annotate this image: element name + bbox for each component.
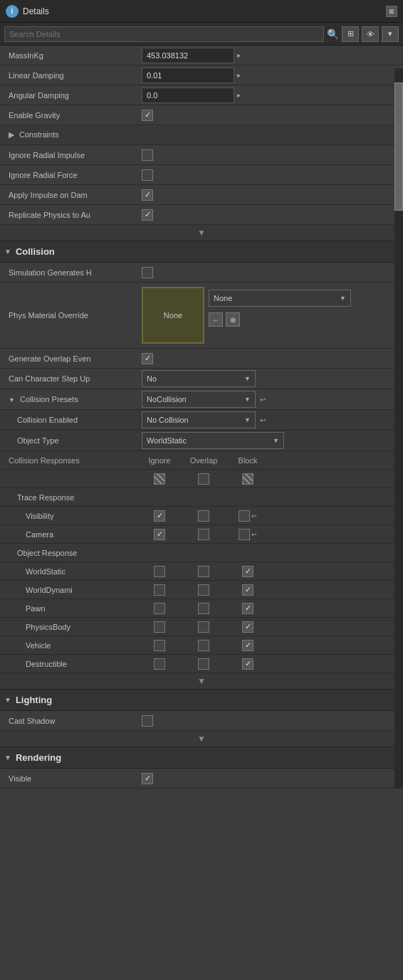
search-icon[interactable]: 🔍 [327,28,339,40]
constraints-row[interactable]: ▶ Constraints [0,125,403,145]
sim-generates-checkbox[interactable] [142,267,153,278]
lighting-section-title: Lighting [16,695,52,705]
phys-material-dropdown[interactable]: None ▼ [209,290,351,307]
dest-overlap[interactable] [198,658,209,670]
phys-material-back-button[interactable]: ← [209,312,223,327]
visibility-overlap[interactable] [198,510,209,522]
worlddynamic-row: WorldDynami [0,581,403,599]
collision-enabled-label: Collision Enabled [3,416,142,424]
collision-responses-label: Collision Responses [3,456,142,465]
dropdown-button[interactable]: ▾ [382,26,399,42]
trace-response-label: Trace Response [3,493,142,502]
rendering-section-arrow: ▼ [4,754,11,762]
grid-view-button[interactable]: ⊞ [342,26,359,42]
cast-shadow-label: Cast Shadow [3,717,142,725]
apply-impulse-checkbox[interactable] [142,189,153,201]
object-type-dropdown[interactable]: WorldStatic ▼ [142,432,284,449]
collision-section-header[interactable]: ▼ Collision [0,241,403,263]
visibility-reset[interactable]: ↩ [251,512,257,520]
scrollbar-thumb[interactable] [394,83,403,211]
pb-block[interactable] [242,621,253,633]
dest-block[interactable] [242,658,253,670]
enable-gravity-row: Enable Gravity [0,105,403,125]
camera-overlap[interactable] [198,529,209,540]
gen-overlap-label: Generate Overlap Even [3,354,142,363]
collapse-arrow-physics: ▼ [197,228,206,238]
collision-presets-reset[interactable]: ↩ [260,396,266,404]
scrollbar-track [394,68,403,789]
worldstatic-label: WorldStatic [3,567,142,576]
ws-overlap[interactable] [198,566,209,577]
ws-ignore[interactable] [154,566,165,577]
rendering-section-header[interactable]: ▼ Rendering [0,747,403,769]
veh-overlap[interactable] [198,640,209,651]
angular-damping-arrow[interactable]: ▸ [237,91,241,99]
collision-enabled-reset[interactable]: ↩ [260,416,266,424]
cast-shadow-checkbox[interactable] [142,715,153,727]
collapse-row-lighting[interactable]: ▼ [0,731,403,747]
pawn-block[interactable] [242,603,253,614]
visibility-block[interactable] [239,510,250,522]
camera-block[interactable] [239,529,250,540]
visibility-ignore[interactable] [154,510,165,522]
ws-block[interactable] [242,566,253,577]
visibility-label: Visibility [3,512,142,520]
ignore-radial-impulse-row: Ignore Radial Impulse [0,145,403,165]
ignore-radial-force-checkbox[interactable] [142,169,153,181]
veh-block[interactable] [242,640,253,651]
gen-overlap-row: Generate Overlap Even [0,349,403,369]
camera-ignore[interactable] [154,529,165,540]
cast-shadow-row: Cast Shadow [0,711,403,731]
camera-label: Camera [3,530,142,539]
pawn-ignore[interactable] [154,603,165,614]
angular-damping-row: Angular Damping ▸ [0,85,403,105]
replicate-physics-checkbox[interactable] [142,209,153,221]
pawn-label: Pawn [3,604,142,613]
camera-row: Camera ↩ [0,525,403,544]
gen-overlap-checkbox[interactable] [142,353,153,364]
collapse-row-collision[interactable]: ▼ [0,673,403,690]
angular-damping-input[interactable] [142,88,234,103]
lighting-section-header[interactable]: ▼ Lighting [0,690,403,711]
mass-input[interactable] [142,48,234,63]
can-char-step-dropdown[interactable]: No ▼ [142,370,256,387]
phys-material-search-button[interactable]: ⊕ [226,312,240,327]
close-button[interactable]: ⊠ [386,6,397,17]
can-char-step-label: Can Character Step Up [3,374,142,383]
col-resp-all-block[interactable] [242,473,253,485]
pawn-overlap[interactable] [198,603,209,614]
wd-overlap[interactable] [198,584,209,596]
ignore-radial-impulse-checkbox[interactable] [142,149,153,161]
linear-damping-arrow[interactable]: ▸ [237,71,241,79]
title-bar-title: Details [23,6,386,16]
wd-ignore[interactable] [154,584,165,596]
mass-arrow[interactable]: ▸ [237,51,241,59]
veh-ignore[interactable] [154,640,165,651]
collision-enabled-row: Collision Enabled No Collision ▼ ↩ [0,410,403,431]
collision-presets-row: ▼ Collision Presets NoCollision ▼ ↩ [0,389,403,410]
collision-presets-dropdown[interactable]: NoCollision ▼ [142,391,256,408]
ignore-radial-force-row: Ignore Radial Force [0,165,403,185]
pb-overlap[interactable] [198,621,209,633]
linear-damping-input[interactable] [142,68,234,83]
collapse-row-physics[interactable]: ▼ [0,225,403,241]
enable-gravity-checkbox[interactable] [142,110,153,121]
constraints-label: ▶ Constraints [3,130,142,139]
can-char-step-row: Can Character Step Up No ▼ [0,369,403,389]
can-char-step-arrow: ▼ [244,375,251,382]
wd-block[interactable] [242,584,253,596]
visible-checkbox[interactable] [142,773,153,784]
ignore-radial-force-label: Ignore Radial Force [3,171,142,179]
eye-button[interactable]: 👁 [362,26,379,42]
col-resp-all-overlap[interactable] [198,473,209,485]
object-type-label: Object Type [3,436,142,445]
destructible-label: Destructible [3,660,142,668]
vehicle-label: Vehicle [3,641,142,650]
search-input[interactable] [4,26,324,42]
collision-enabled-dropdown[interactable]: No Collision ▼ [142,411,256,428]
dest-ignore[interactable] [154,658,165,670]
pb-ignore[interactable] [154,621,165,633]
camera-reset[interactable]: ↩ [251,531,257,538]
collapse-arrow-collision: ▼ [197,676,206,686]
col-resp-all-ignore[interactable] [154,473,165,485]
